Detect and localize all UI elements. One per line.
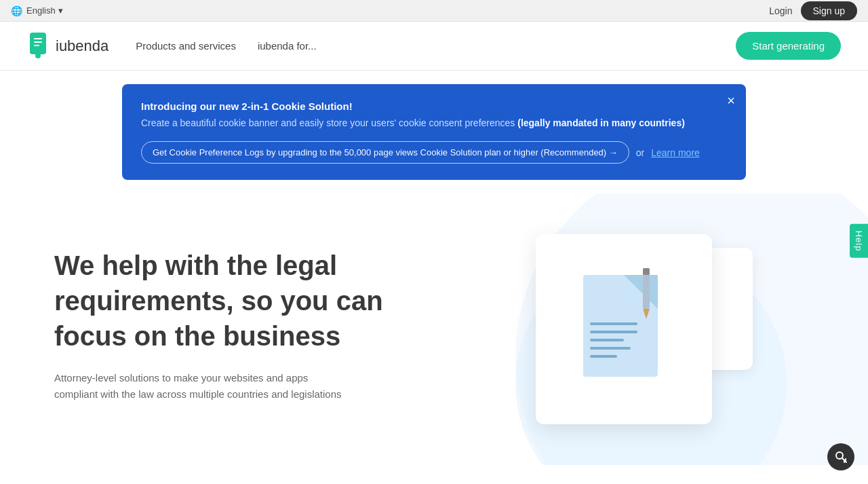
svg-rect-10	[590, 322, 637, 325]
globe-icon: 🌐	[11, 5, 22, 16]
svg-rect-11	[590, 331, 637, 333]
language-button[interactable]: English ▾	[26, 5, 63, 16]
help-button[interactable]: Help	[850, 223, 868, 258]
signup-button[interactable]: Sign up	[801, 1, 857, 20]
svg-rect-13	[590, 347, 631, 350]
banner-or-text: or	[636, 147, 644, 158]
svg-rect-0	[30, 33, 46, 54]
svg-rect-14	[590, 355, 617, 358]
svg-rect-12	[590, 339, 624, 341]
banner-learn-more-link[interactable]: Learn more	[651, 147, 700, 158]
banner-text-plain: Create a beautiful cookie banner and eas…	[141, 117, 517, 128]
top-bar: 🌐 English ▾ Login Sign up	[0, 0, 868, 22]
svg-rect-5	[37, 54, 39, 57]
hero-right	[434, 221, 814, 424]
banner-text-bold: (legally mandated in many countries)	[517, 117, 685, 128]
login-button[interactable]: Login	[769, 5, 792, 16]
svg-rect-1	[34, 38, 42, 39]
doc-illustration	[536, 234, 712, 424]
main-content: Introducing our new 2-in-1 Cookie Soluti…	[0, 71, 868, 484]
logo-icon	[27, 33, 49, 60]
nav-links: Products and services iubenda for...	[136, 40, 709, 52]
svg-rect-2	[34, 41, 42, 43]
nav-right: Start generating	[736, 32, 841, 60]
start-generating-button[interactable]: Start generating	[736, 32, 841, 60]
svg-rect-3	[34, 45, 39, 46]
banner-cta-row: Get Cookie Preference Logs by upgrading …	[141, 141, 727, 164]
banner-close-button[interactable]: ×	[727, 94, 735, 107]
hero-left: We help with the legal requirements, so …	[54, 221, 407, 403]
banner-cta-button[interactable]: Get Cookie Preference Logs by upgrading …	[141, 141, 629, 164]
banner-text: Create a beautiful cookie banner and eas…	[141, 116, 727, 130]
key-icon-button[interactable]	[827, 443, 854, 470]
key-icon	[834, 450, 848, 464]
products-nav-item[interactable]: Products and services	[136, 40, 236, 52]
language-selector[interactable]: 🌐 English ▾	[11, 5, 63, 16]
cookie-banner: Introducing our new 2-in-1 Cookie Soluti…	[122, 84, 746, 180]
chevron-down-icon: ▾	[58, 5, 63, 16]
hero-section: We help with the legal requirements, so …	[0, 193, 868, 465]
hero-subtitle: Attorney-level solutions to make your we…	[54, 370, 353, 403]
document-svg	[570, 261, 678, 397]
banner-title: Introducing our new 2-in-1 Cookie Soluti…	[141, 100, 727, 112]
language-label: English	[26, 5, 56, 16]
logo-text: iubenda	[56, 37, 108, 55]
top-bar-actions: Login Sign up	[769, 1, 857, 20]
hero-title: We help with the legal requirements, so …	[54, 248, 407, 354]
doc-card-main	[536, 234, 712, 424]
help-sidebar: Help	[850, 223, 868, 261]
iubenda-for-nav-item[interactable]: iubenda for...	[258, 40, 317, 52]
svg-rect-8	[643, 268, 650, 275]
main-nav: iubenda Products and services iubenda fo…	[0, 22, 868, 71]
logo-link[interactable]: iubenda	[27, 33, 108, 60]
